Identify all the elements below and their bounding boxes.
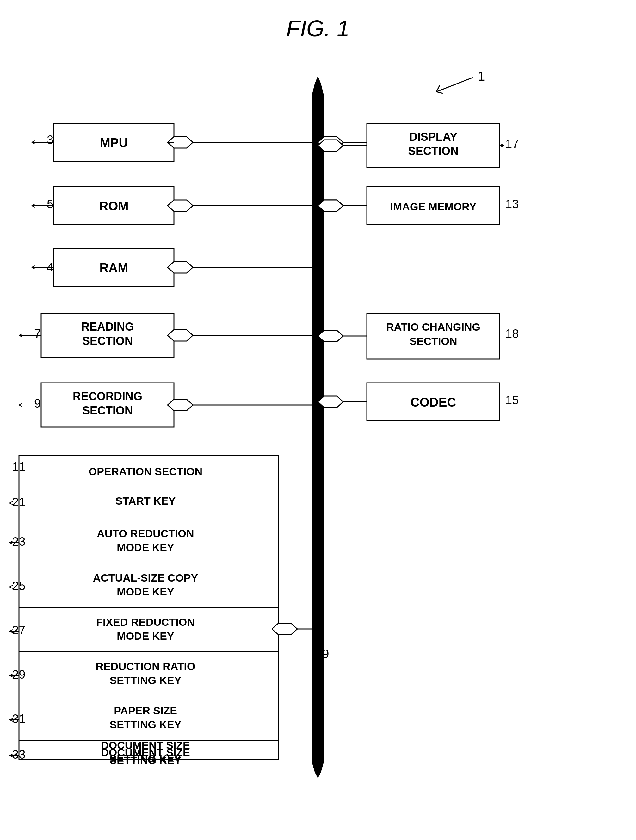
svg-line-16 [32, 267, 35, 269]
recording-box [41, 383, 174, 427]
fig-title: FIG. 1 [286, 16, 349, 41]
svg-line-2 [436, 92, 443, 93]
codec-box [367, 383, 500, 421]
ram-box [54, 248, 174, 286]
mpu-connector-left [167, 137, 193, 148]
recording-connector-left [167, 399, 193, 411]
reduction-ratio-label-2: SETTING KEY [110, 674, 181, 686]
reduction-ratio-label-1: REDUCTION RATIO [96, 660, 196, 672]
paper-size-label-1: PAPER SIZE [114, 704, 177, 717]
svg-line-26 [500, 144, 503, 145]
svg-line-37 [9, 503, 13, 505]
ref-7: 7 [34, 327, 41, 340]
recording-label-2: SECTION [82, 404, 133, 417]
ref-21: 21 [12, 496, 25, 509]
image-memory-connector [318, 200, 343, 212]
svg-line-53 [9, 674, 13, 676]
start-key-label: START KEY [115, 495, 175, 507]
svg-line-48 [9, 630, 13, 631]
doc-size-l2: SETTING KEY [110, 753, 181, 765]
ratio-label-2: SECTION [409, 335, 457, 347]
svg-line-58 [9, 720, 13, 722]
reading-connector-left [167, 330, 193, 341]
actual-size-label-2: MODE KEY [117, 586, 174, 598]
display-box [367, 123, 500, 168]
svg-line-36 [9, 502, 13, 503]
fixed-reduction-label-2: MODE KEY [117, 630, 174, 642]
ref-31: 31 [12, 712, 25, 725]
display-label-2: SECTION [408, 145, 459, 158]
svg-line-5 [32, 142, 35, 144]
ram-label: RAM [99, 261, 128, 275]
svg-line-20 [19, 335, 22, 337]
svg-line-57 [9, 718, 13, 720]
auto-reduction-label-1: AUTO REDUCTION [97, 527, 194, 540]
svg-line-4 [32, 141, 35, 142]
ref-17: 17 [505, 137, 519, 151]
bus-body [311, 96, 324, 761]
svg-line-61 [9, 756, 13, 757]
ref-9: 9 [34, 397, 41, 410]
svg-line-23 [19, 403, 22, 405]
ram-connector-left [167, 262, 193, 273]
svg-line-49 [9, 631, 13, 633]
svg-line-40 [9, 541, 13, 543]
reading-box [41, 313, 174, 357]
svg-line-60 [9, 754, 13, 756]
rom-connector-left [167, 200, 193, 212]
display-connector [318, 140, 343, 151]
paper-size-label-2: SETTING KEY [110, 718, 181, 731]
codec-connector [318, 396, 343, 407]
mpu-label: MPU [100, 136, 128, 150]
svg-line-54 [9, 676, 13, 677]
auto-reduction-label-2: MODE KEY [117, 542, 174, 553]
ref-4: 4 [47, 261, 54, 274]
actual-size-label-1: ACTUAL-SIZE COPY [93, 572, 198, 584]
svg-line-19 [19, 334, 22, 335]
ref-33: 33 [12, 748, 25, 761]
image-memory-box [367, 187, 500, 225]
ref-5: 5 [47, 197, 54, 211]
ref-11: 11 [12, 460, 25, 473]
ratio-changing-box [367, 313, 500, 359]
ref-23: 23 [12, 535, 25, 548]
svg-line-44 [9, 585, 13, 587]
operation-title: OPERATION SECTION [88, 466, 202, 477]
svg-line-24 [19, 405, 22, 407]
fixed-reduction-label-1: FIXED REDUCTION [96, 616, 195, 628]
svg-line-1 [436, 85, 440, 92]
image-memory-label: IMAGE MEMORY [390, 201, 477, 213]
svg-line-11 [32, 206, 35, 207]
bus-arrow-bottom [311, 761, 324, 778]
display-label-1: DISPLAY [409, 130, 458, 143]
ref-3: 3 [47, 133, 54, 147]
svg-line-27 [500, 145, 503, 147]
ref-27: 27 [12, 624, 25, 637]
svg-line-15 [32, 266, 35, 267]
reading-label-2: SECTION [82, 335, 133, 347]
rom-box [54, 187, 174, 225]
recording-label-1: RECORDING [73, 390, 142, 403]
svg-line-0 [436, 77, 473, 92]
reading-label-1: READING [81, 320, 134, 333]
ref-25: 25 [12, 579, 25, 592]
svg-line-10 [32, 204, 35, 206]
operation-section-box [19, 456, 278, 759]
ref-1-label: 1 [478, 69, 485, 84]
ratio-connector [318, 330, 343, 342]
ref-19: 19 [316, 647, 329, 661]
rom-connector-right [318, 200, 343, 212]
mpu-box [54, 123, 174, 161]
operation-connector [272, 623, 297, 635]
mpu-connector-right [318, 137, 343, 148]
doc-size-l1: DOCUMENT SIZE [101, 739, 190, 751]
svg-line-41 [9, 543, 13, 544]
ratio-label-1: RATIO CHANGING [386, 321, 480, 333]
rom-label: ROM [99, 199, 128, 213]
svg-line-45 [9, 587, 13, 589]
bus-arrow-top [311, 76, 324, 96]
doc-size-label-1: DOCUMENT SIZE [101, 746, 190, 758]
ref-18: 18 [505, 327, 519, 340]
ref-29: 29 [12, 668, 25, 681]
doc-size-label-2: SETTING KEY [110, 754, 181, 766]
